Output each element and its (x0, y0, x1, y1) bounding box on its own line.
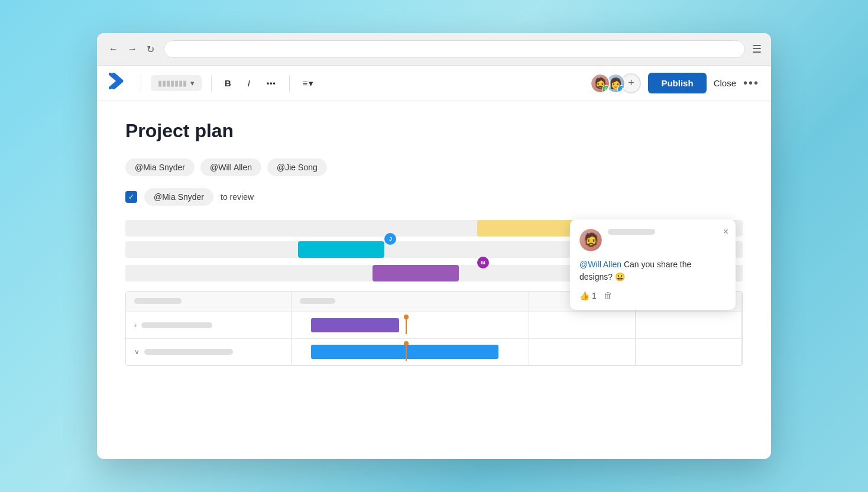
close-button[interactable]: Close (714, 78, 736, 88)
italic-button[interactable]: I (244, 76, 254, 90)
mention-tag-1[interactable]: @Mia Snyder (125, 158, 195, 176)
toolbar-divider-3 (289, 75, 290, 92)
header-placeholder-1 (134, 298, 182, 304)
forward-button[interactable]: → (125, 43, 140, 56)
task-assignee[interactable]: @Mia Snyder (144, 188, 213, 206)
mention-tag-3[interactable]: @Jie Song (267, 158, 327, 176)
comment-popup: × 🧔 @Will Allen Can you share the design… (570, 219, 736, 310)
delete-comment-button[interactable]: 🗑 (604, 290, 613, 300)
comment-header: 🧔 (579, 229, 726, 251)
task-text: to review (221, 192, 254, 202)
badge-g: G (602, 85, 610, 93)
mentions-row: @Mia Snyder @Will Allen @Jie Song (125, 158, 743, 176)
page-title: Project plan (125, 120, 743, 142)
grid-cell-2-3 (529, 339, 636, 365)
grid-cell-2-2 (292, 339, 529, 365)
grid-header-cell-1 (126, 292, 292, 312)
gantt-cell-bar-purple (311, 318, 399, 332)
gantt-needle-top-1 (404, 315, 409, 319)
more-format-button[interactable]: ••• (263, 77, 280, 90)
grid-cell-1-4 (636, 312, 742, 338)
browser-nav: ← → ↻ (106, 43, 157, 56)
collaborators: 🧔 G 👩 J + (590, 73, 641, 93)
bold-button[interactable]: B (221, 76, 235, 90)
toolbar-divider-1 (141, 75, 141, 92)
toolbar-divider-2 (211, 75, 212, 92)
address-bar[interactable] (164, 40, 745, 58)
badge-j: J (617, 85, 626, 93)
comment-body: @Will Allen Can you share the designs? 😀 (579, 258, 726, 283)
grid-row-2: ∨ (126, 339, 742, 365)
format-dropdown-icon: ▾ (190, 79, 195, 88)
avatar-1: 🧔 G (590, 73, 610, 93)
browser-window: ← → ↻ ☰ ▮▮▮▮▮▮▮ ▾ B I ••• ≡ ▾ (97, 33, 771, 459)
align-button[interactable]: ≡ ▾ (299, 76, 318, 91)
content-area: Project plan @Mia Snyder @Will Allen @Ji… (97, 101, 771, 459)
align-icon: ≡ (303, 78, 308, 88)
indicator-j: J (384, 233, 396, 245)
gantt-bar-cyan (298, 241, 384, 258)
toolbar-right: 🧔 G 👩 J + Publish Close ••• (590, 73, 759, 93)
expand-icon-1[interactable]: › (134, 321, 137, 329)
comment-close-button[interactable]: × (723, 226, 728, 237)
like-count: 1 (592, 291, 597, 300)
comment-footer: 👍 1 🗑 (579, 290, 726, 300)
indicator-m: M (477, 257, 489, 268)
app-toolbar: ▮▮▮▮▮▮▮ ▾ B I ••• ≡ ▾ 🧔 G 👩 J (97, 66, 771, 101)
expand-icon-2[interactable]: ∨ (134, 348, 140, 356)
comment-meta (608, 229, 726, 235)
grid-cell-2-1: ∨ (126, 339, 292, 365)
trash-icon: 🗑 (604, 290, 613, 300)
task-checkbox[interactable]: ✓ (125, 191, 137, 203)
comment-avatar: 🧔 (579, 229, 602, 251)
task-row: ✓ @Mia Snyder to review (125, 188, 743, 206)
gantt-cell-bar-blue (311, 345, 498, 359)
format-selector[interactable]: ▮▮▮▮▮▮▮ ▾ (151, 75, 202, 91)
back-button[interactable]: ← (106, 43, 121, 56)
browser-menu-icon[interactable]: ☰ (752, 43, 762, 56)
app-logo (109, 73, 127, 93)
comment-username-bar (608, 229, 655, 235)
browser-chrome: ← → ↻ ☰ (97, 33, 771, 66)
more-options-button[interactable]: ••• (743, 76, 759, 90)
grid-cell-1-2 (292, 312, 529, 338)
row2-label (144, 349, 233, 355)
publish-button[interactable]: Publish (648, 73, 706, 93)
mention-tag-2[interactable]: @Will Allen (200, 158, 261, 176)
refresh-button[interactable]: ↻ (144, 43, 157, 56)
grid-cell-1-1: › (126, 312, 292, 338)
gantt-needle-top-2 (404, 341, 409, 346)
gantt-bar-purple (373, 265, 459, 281)
header-placeholder-2 (300, 298, 335, 304)
grid-row-1: › (126, 312, 742, 339)
like-button[interactable]: 👍 1 (579, 291, 597, 300)
comment-author-mention: @Will Allen (579, 260, 621, 269)
row1-label (141, 322, 212, 328)
grid-cell-2-4 (636, 339, 742, 365)
thumbs-up-icon: 👍 (579, 291, 590, 300)
grid-cell-1-3 (529, 312, 636, 338)
grid-header-cell-2 (292, 292, 529, 312)
format-label: ▮▮▮▮▮▮▮ (158, 79, 187, 88)
align-dropdown-icon: ▾ (309, 78, 313, 89)
